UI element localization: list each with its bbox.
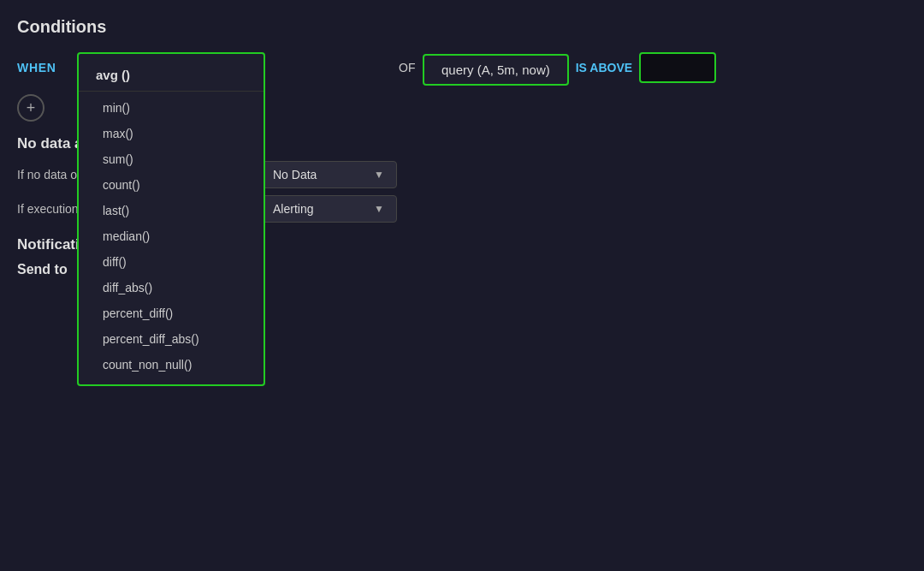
when-label: WHEN [17, 61, 68, 74]
dropdown-item-count-non-null[interactable]: count_non_null() [79, 352, 264, 378]
no-data-dropdown-arrow: ▼ [374, 169, 384, 181]
dropdown-item-count[interactable]: count() [79, 172, 264, 198]
is-above-label: IS ABOVE [576, 61, 632, 74]
dropdown-item-diff[interactable]: diff() [79, 249, 264, 275]
no-data-state-dropdown[interactable]: No Data ▼ [260, 161, 397, 188]
execution-state-value: Alerting [273, 202, 313, 216]
add-condition-button[interactable]: + [17, 94, 44, 122]
dropdown-item-percent-diff-abs[interactable]: percent_diff_abs() [79, 326, 264, 352]
dropdown-item-diff-abs[interactable]: diff_abs() [79, 275, 264, 300]
dropdown-item-percent-diff[interactable]: percent_diff() [79, 300, 264, 326]
no-data-state-value: No Data [273, 168, 317, 181]
conditions-title: Conditions [17, 17, 907, 37]
dropdown-header: avg () [79, 61, 264, 92]
query-box[interactable]: query (A, 5m, now) [423, 54, 569, 86]
dropdown-item-median[interactable]: median() [79, 223, 264, 249]
function-dropdown-menu: avg () min() max() sum() count() last() … [77, 52, 265, 386]
dropdown-item-min[interactable]: min() [79, 95, 264, 121]
dropdown-item-max[interactable]: max() [79, 121, 264, 146]
dropdown-item-last[interactable]: last() [79, 198, 264, 223]
value-input[interactable] [639, 52, 716, 83]
of-label: OF [399, 61, 416, 74]
execution-state-dropdown[interactable]: Alerting ▼ [260, 195, 397, 223]
execution-dropdown-arrow: ▼ [374, 203, 384, 215]
dropdown-item-sum[interactable]: sum() [79, 146, 264, 172]
page-container: Conditions WHEN avg () avg () min() max(… [0, 0, 924, 571]
conditions-row: WHEN avg () avg () min() max() sum() cou… [17, 52, 907, 86]
